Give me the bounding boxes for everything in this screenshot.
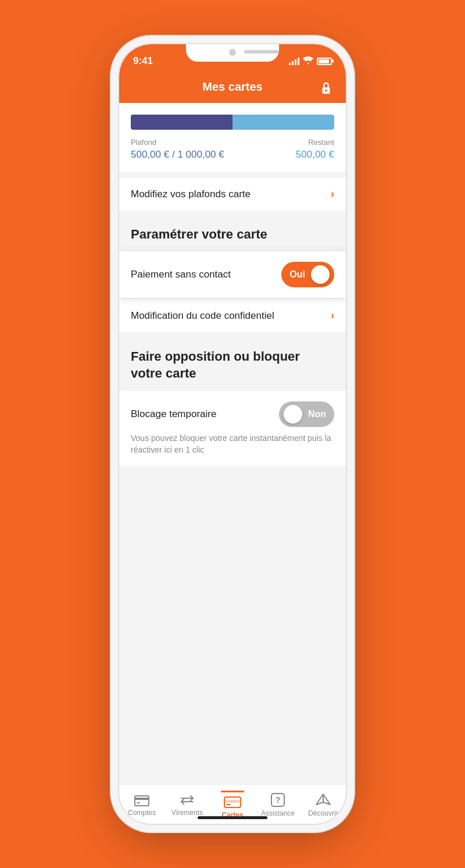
nav-label-comptes: Comptes bbox=[128, 809, 156, 817]
nav-label-decouvrir: Découvrir bbox=[308, 809, 338, 817]
toggle-circle bbox=[311, 265, 330, 284]
nav-item-cartes[interactable]: Cartes bbox=[210, 791, 255, 819]
opposition-section-title: Faire opposition ou bloquer votre carte bbox=[119, 337, 346, 391]
status-icons bbox=[289, 56, 332, 66]
parametrer-section-title: Paramétrer votre carte bbox=[119, 215, 346, 251]
paiement-sans-contact-card: Paiement sans contact Oui bbox=[119, 251, 346, 298]
toggle-on-label: Oui bbox=[289, 269, 305, 280]
credit-progress-bar bbox=[131, 115, 334, 130]
code-confidentiel-label: Modification du code confidentiel bbox=[131, 310, 274, 322]
paiement-sans-contact-label: Paiement sans contact bbox=[131, 269, 231, 280]
battery-icon bbox=[317, 58, 332, 65]
nav-item-decouvrir[interactable]: Découvrir bbox=[301, 793, 346, 817]
svg-rect-2 bbox=[135, 796, 149, 806]
code-chevron-icon: › bbox=[331, 310, 334, 322]
signal-bars-icon bbox=[289, 57, 299, 65]
home-indicator bbox=[198, 816, 267, 819]
lock-icon[interactable] bbox=[318, 80, 334, 97]
assistance-icon: ? bbox=[271, 793, 285, 807]
phone-frame: 9:41 bbox=[119, 44, 346, 824]
nav-active-indicator bbox=[221, 791, 244, 792]
nav-item-virements[interactable]: Virements bbox=[164, 794, 210, 817]
plafond-label-group: Plafond 500,00 € / 1 000,00 € bbox=[131, 138, 224, 161]
cartes-icon bbox=[224, 796, 241, 809]
app-header: Mes cartes bbox=[119, 73, 346, 103]
nav-label-virements: Virements bbox=[171, 809, 203, 817]
blocage-label: Blocage temporaire bbox=[131, 408, 216, 420]
paiement-toggle-on[interactable]: Oui bbox=[281, 262, 334, 287]
phone-screen: 9:41 bbox=[119, 44, 346, 824]
phone-wrapper: 9:41 bbox=[110, 33, 355, 835]
modify-plafonds-row[interactable]: Modifiez vos plafonds carte › bbox=[119, 177, 346, 211]
plafond-label: Plafond bbox=[131, 138, 224, 147]
progress-section: Plafond 500,00 € / 1 000,00 € Restant 50… bbox=[119, 103, 346, 172]
svg-rect-7 bbox=[226, 804, 231, 805]
progress-labels: Plafond 500,00 € / 1 000,00 € Restant 50… bbox=[131, 138, 334, 161]
code-confidentiel-row[interactable]: Modification du code confidentiel › bbox=[119, 299, 346, 332]
svg-rect-3 bbox=[135, 798, 149, 800]
blocage-description: Vous pouvez bloquer votre carte instanta… bbox=[131, 433, 334, 456]
blocage-temporaire-card: Blocage temporaire Non Vous pouvez bloqu… bbox=[119, 391, 346, 466]
nav-item-assistance[interactable]: ? Assistance bbox=[255, 793, 301, 817]
decouvrir-icon bbox=[315, 793, 331, 807]
progress-used bbox=[131, 115, 233, 130]
svg-rect-6 bbox=[224, 800, 241, 803]
restant-value: 500,00 € bbox=[296, 149, 334, 161]
restant-label: Restant bbox=[308, 138, 334, 147]
paiement-sans-contact-row: Paiement sans contact Oui bbox=[119, 251, 346, 298]
plafond-value: 500,00 € / 1 000,00 € bbox=[131, 149, 224, 161]
svg-point-1 bbox=[325, 89, 327, 91]
blocage-toggle-off[interactable]: Non bbox=[279, 401, 334, 427]
toggle-off-label: Non bbox=[308, 409, 326, 419]
comptes-icon bbox=[134, 794, 149, 806]
blocage-row: Blocage temporaire Non bbox=[131, 401, 334, 427]
scroll-content: Plafond 500,00 € / 1 000,00 € Restant 50… bbox=[119, 103, 346, 824]
svg-rect-4 bbox=[137, 802, 140, 803]
restant-label-group: Restant 500,00 € bbox=[296, 138, 334, 161]
phone-notch bbox=[186, 44, 279, 62]
chevron-right-icon: › bbox=[331, 188, 334, 200]
wifi-icon bbox=[303, 56, 313, 66]
nav-item-comptes[interactable]: Comptes bbox=[119, 794, 164, 817]
progress-remaining bbox=[233, 115, 334, 130]
virements-icon bbox=[179, 794, 195, 806]
toggle-off-circle bbox=[284, 405, 302, 424]
page-title: Mes cartes bbox=[202, 80, 262, 94]
svg-text:?: ? bbox=[276, 795, 281, 805]
modify-plafonds-label: Modifiez vos plafonds carte bbox=[131, 188, 251, 200]
